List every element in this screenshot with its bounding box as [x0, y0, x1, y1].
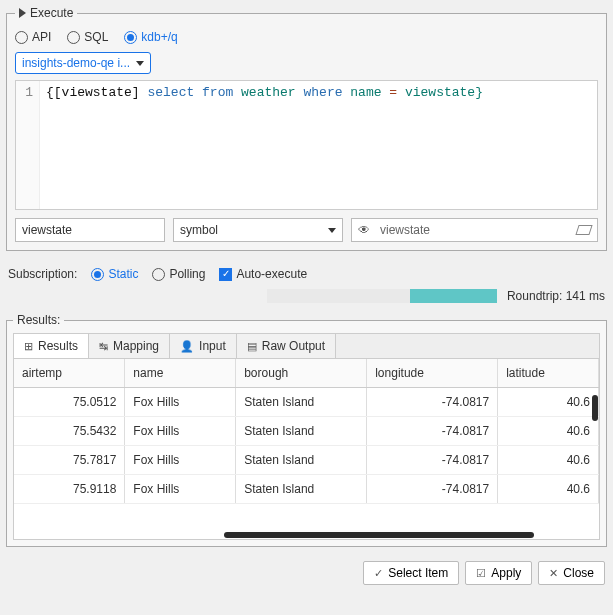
select-item-button[interactable]: ✓ Select Item — [363, 561, 459, 585]
subscription-label: Subscription: — [8, 267, 77, 281]
line-number: 1 — [16, 85, 33, 100]
tab-results[interactable]: ⊞ Results — [14, 334, 89, 358]
results-tabs: ⊞ Results ↹ Mapping 👤 Input ▤ Raw Output — [13, 333, 600, 358]
footer-buttons: ✓ Select Item ☑ Apply ✕ Close — [0, 553, 613, 593]
execute-panel: Execute API SQL kdb+/q insights-demo-qe … — [6, 6, 607, 251]
execute-title: Execute — [30, 6, 73, 20]
close-icon: ✕ — [549, 567, 558, 580]
table-row[interactable]: 75.0512 Fox Hills Staten Island -74.0817… — [14, 388, 599, 417]
execute-legend[interactable]: Execute — [15, 6, 77, 20]
progress-fill — [410, 289, 497, 303]
results-legend: Results: — [13, 313, 64, 327]
subscription-row: Subscription: Static Polling ✓ Auto-exec… — [0, 257, 613, 287]
param-name-field[interactable]: viewstate — [15, 218, 165, 242]
code-gutter: 1 — [16, 81, 40, 209]
tab-raw-output[interactable]: ▤ Raw Output — [237, 334, 336, 358]
eye-icon: 👁 — [358, 223, 370, 237]
radio-polling[interactable]: Polling — [152, 267, 205, 281]
progress-bar — [267, 289, 497, 303]
apply-button[interactable]: ☑ Apply — [465, 561, 532, 585]
checkbox-auto-execute[interactable]: ✓ Auto-execute — [219, 267, 307, 281]
radio-icon — [152, 268, 165, 281]
chevron-down-icon — [136, 61, 144, 66]
param-type-select[interactable]: symbol — [173, 218, 343, 242]
col-latitude[interactable]: latitude — [498, 359, 599, 388]
radio-icon — [67, 31, 80, 44]
radio-sql-label: SQL — [84, 30, 108, 44]
col-airtemp[interactable]: airtemp — [14, 359, 125, 388]
vertical-scrollbar-thumb[interactable] — [592, 395, 598, 421]
radio-polling-label: Polling — [169, 267, 205, 281]
checkbox-icon-checked: ✓ — [219, 268, 232, 281]
radio-api[interactable]: API — [15, 30, 51, 44]
results-grid[interactable]: airtemp name borough longitude latitude … — [13, 358, 600, 540]
connection-label: insights-demo-qe i... — [22, 56, 130, 70]
progress-row: Roundtrip: 141 ms — [0, 287, 613, 309]
radio-static[interactable]: Static — [91, 267, 138, 281]
play-icon — [19, 8, 26, 18]
results-table: airtemp name borough longitude latitude … — [14, 359, 599, 504]
param-value-field[interactable]: 👁 viewstate — [351, 218, 598, 242]
auto-execute-label: Auto-execute — [236, 267, 307, 281]
radio-kdb[interactable]: kdb+/q — [124, 30, 177, 44]
horizontal-scrollbar-thumb[interactable] — [224, 532, 534, 538]
col-borough[interactable]: borough — [236, 359, 367, 388]
radio-icon — [15, 31, 28, 44]
radio-static-label: Static — [108, 267, 138, 281]
chevron-down-icon — [328, 228, 336, 233]
radio-kdb-label: kdb+/q — [141, 30, 177, 44]
col-name[interactable]: name — [125, 359, 236, 388]
roundtrip-label: Roundtrip: 141 ms — [507, 289, 605, 303]
radio-api-label: API — [32, 30, 51, 44]
tab-mapping[interactable]: ↹ Mapping — [89, 334, 170, 358]
close-button[interactable]: ✕ Close — [538, 561, 605, 585]
param-row: viewstate symbol 👁 viewstate — [15, 218, 598, 242]
eraser-icon[interactable] — [575, 225, 592, 235]
radio-sql[interactable]: SQL — [67, 30, 108, 44]
code-line: {[viewstate] select from weather where n… — [40, 81, 489, 209]
datasource-mode-row: API SQL kdb+/q — [15, 26, 598, 52]
connection-select[interactable]: insights-demo-qe i... — [15, 52, 151, 74]
table-row[interactable]: 75.9118 Fox Hills Staten Island -74.0817… — [14, 475, 599, 504]
col-longitude[interactable]: longitude — [367, 359, 498, 388]
table-icon: ⊞ — [24, 340, 33, 353]
input-icon: 👤 — [180, 340, 194, 353]
apply-icon: ☑ — [476, 567, 486, 580]
table-row[interactable]: 75.5432 Fox Hills Staten Island -74.0817… — [14, 417, 599, 446]
mapping-icon: ↹ — [99, 340, 108, 353]
radio-icon-selected — [91, 268, 104, 281]
tab-input[interactable]: 👤 Input — [170, 334, 237, 358]
raw-output-icon: ▤ — [247, 340, 257, 353]
check-icon: ✓ — [374, 567, 383, 580]
results-panel: Results: ⊞ Results ↹ Mapping 👤 Input ▤ R… — [6, 313, 607, 547]
code-editor[interactable]: 1 {[viewstate] select from weather where… — [15, 80, 598, 210]
table-row[interactable]: 75.7817 Fox Hills Staten Island -74.0817… — [14, 446, 599, 475]
radio-icon-selected — [124, 31, 137, 44]
